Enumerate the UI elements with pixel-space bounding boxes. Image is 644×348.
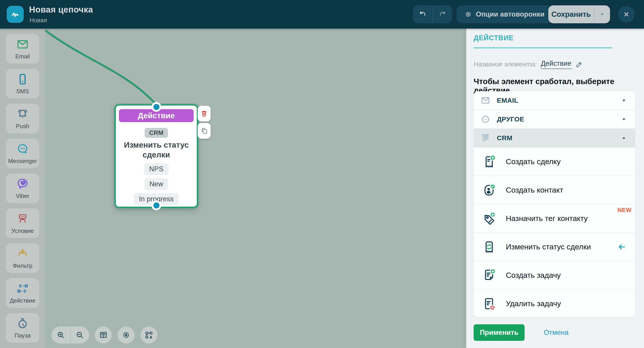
crm-item-label: Назначить тег контакту xyxy=(506,214,626,223)
tool-condition[interactable]: Условие xyxy=(6,208,39,238)
page-subtitle: Новая xyxy=(30,17,47,24)
crm-item-label: Создать контакт xyxy=(506,186,626,194)
duplicate-node-button[interactable] xyxy=(198,123,211,139)
flow-canvas[interactable]: Действие CRM Изменить статус сделки NPS … xyxy=(45,29,466,348)
chevron-up-icon xyxy=(621,135,627,141)
tool-label: Viber xyxy=(16,192,29,200)
accordion-other[interactable]: ДРУГОЕ xyxy=(474,110,635,129)
element-toolbox: Email SMS Push Messenger Viber Условие Ф… xyxy=(0,29,45,348)
redo-button[interactable] xyxy=(432,5,452,23)
save-label: Сохранить xyxy=(548,10,594,18)
tool-label: Условие xyxy=(12,228,34,234)
tool-filter[interactable]: Фильтр xyxy=(6,243,39,273)
node-output-connector[interactable] xyxy=(152,200,161,210)
accordion-label: EMAIL xyxy=(497,96,621,104)
tool-label: Messenger xyxy=(8,158,37,164)
node-title: Изменить статус сделки xyxy=(116,140,197,160)
tool-viber[interactable]: Viber xyxy=(6,174,39,203)
element-name-value[interactable]: Действие xyxy=(541,60,571,69)
canvas-toolbar xyxy=(52,326,158,344)
element-name-label: Название элемента: xyxy=(474,60,537,68)
book-icon xyxy=(98,330,108,340)
zoom-in-button[interactable] xyxy=(52,326,70,344)
zoom-button-group xyxy=(52,326,89,344)
crm-item-label: Создать задачу xyxy=(506,271,626,280)
messenger-icon xyxy=(16,142,29,156)
action-categories-card: EMAIL ДРУГОЕ CRM Создать сделку Создать … xyxy=(474,91,635,317)
minimap-button[interactable] xyxy=(140,326,158,344)
guide-button[interactable] xyxy=(95,326,112,344)
gear-icon xyxy=(464,10,472,18)
cancel-link[interactable]: Отмена xyxy=(533,324,579,341)
zoom-in-icon xyxy=(56,330,66,340)
action-node[interactable]: Действие CRM Изменить статус сделки NPS … xyxy=(114,104,198,208)
sitemap-icon xyxy=(144,330,154,340)
delete-node-button[interactable] xyxy=(198,106,211,122)
close-button[interactable] xyxy=(618,6,634,22)
crm-item-create-contact[interactable]: Создать контакт xyxy=(474,176,635,204)
tool-label: Email xyxy=(15,53,30,60)
funnel-options-button[interactable]: Опции автоворонки xyxy=(456,5,552,23)
create-task-icon xyxy=(482,268,496,283)
zoom-out-button[interactable] xyxy=(70,326,89,344)
crm-item-label: Создать сделку xyxy=(506,157,626,166)
push-bell-icon xyxy=(16,108,29,120)
more-circle-icon xyxy=(480,114,490,124)
page-title: Новая цепочка xyxy=(29,5,93,14)
crm-item-label: Изменить статус сделки xyxy=(506,242,617,251)
canvas-settings-button[interactable] xyxy=(118,326,134,344)
panel-title-underline xyxy=(474,48,612,48)
element-settings-panel: ДЕЙСТВИЕ Название элемента: Действие Что… xyxy=(466,29,644,348)
edit-pencil-icon[interactable] xyxy=(575,60,583,68)
node-category-badge: CRM xyxy=(145,128,168,138)
node-pill: New xyxy=(144,178,168,190)
tool-label: Действие xyxy=(10,297,35,304)
selected-arrow-icon xyxy=(617,242,626,252)
condition-icon xyxy=(16,212,29,225)
tool-pause[interactable]: Пауза xyxy=(6,313,39,343)
filter-icon xyxy=(16,247,29,260)
connection-wire xyxy=(45,29,466,348)
crm-item-delete-task[interactable]: Удалить задачу xyxy=(474,290,635,317)
gear-icon xyxy=(122,330,131,340)
save-dropdown-button[interactable] xyxy=(594,12,610,17)
pause-timer-icon xyxy=(16,317,29,330)
tool-label: Push xyxy=(16,123,29,130)
accordion-label: ДРУГОЕ xyxy=(497,116,621,123)
accordion-crm[interactable]: CRM xyxy=(474,129,635,148)
crm-item-create-task[interactable]: Создать задачу xyxy=(474,261,635,290)
viber-icon xyxy=(16,177,29,190)
kanban-icon xyxy=(480,133,490,143)
crm-item-assign-tag[interactable]: Назначить тег контакту NEW xyxy=(474,204,635,233)
pulse-icon xyxy=(10,9,20,20)
tool-messenger[interactable]: Messenger xyxy=(6,139,39,168)
chevron-down-icon xyxy=(621,97,627,104)
crm-item-create-deal[interactable]: Создать сделку xyxy=(474,148,635,176)
crm-item-change-deal-status[interactable]: Изменить статус сделки xyxy=(474,233,635,261)
tool-sms[interactable]: SMS xyxy=(6,69,39,98)
automation-builder-app: Новая цепочка Новая Опции автоворонки Со… xyxy=(0,0,644,348)
apply-button[interactable]: Применить xyxy=(474,324,524,341)
redo-icon xyxy=(438,10,447,19)
action-icon xyxy=(16,282,29,295)
delete-task-icon xyxy=(482,296,496,311)
create-deal-icon xyxy=(482,154,496,169)
tool-label: SMS xyxy=(16,88,29,95)
tool-email[interactable]: Email xyxy=(6,34,39,64)
history-button-group xyxy=(413,5,452,23)
zoom-out-icon xyxy=(75,330,84,340)
element-name-row: Название элемента: Действие xyxy=(474,60,583,69)
tool-action[interactable]: Действие xyxy=(6,278,39,308)
accordion-email[interactable]: EMAIL xyxy=(474,91,635,110)
change-deal-status-icon xyxy=(482,240,496,254)
tool-label: Пауза xyxy=(14,332,31,339)
create-contact-icon xyxy=(482,183,496,198)
accordion-label: CRM xyxy=(497,134,621,142)
node-input-connector[interactable] xyxy=(152,102,161,112)
undo-button[interactable] xyxy=(413,5,432,23)
email-icon xyxy=(16,38,29,51)
panel-title: ДЕЙСТВИЕ xyxy=(474,34,514,42)
copy-icon xyxy=(200,127,208,135)
save-button[interactable]: Сохранить xyxy=(548,5,610,23)
tool-push[interactable]: Push xyxy=(6,104,39,133)
